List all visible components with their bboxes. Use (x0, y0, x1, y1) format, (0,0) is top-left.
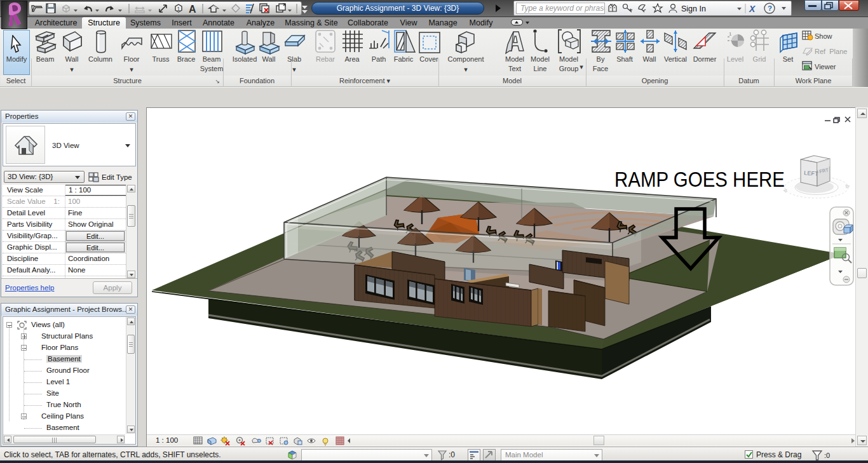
svg-text:LEFT: LEFT (804, 170, 819, 177)
svg-text:?: ? (768, 4, 772, 12)
svg-text:A: A (189, 4, 196, 15)
svg-text:1: 1 (729, 31, 732, 37)
svg-text:Sign In: Sign In (681, 4, 706, 13)
svg-text:RAMP GOES HERE: RAMP GOES HERE (614, 168, 785, 191)
svg-text:1: 1 (177, 6, 180, 12)
svg-text:X: X (749, 4, 756, 14)
